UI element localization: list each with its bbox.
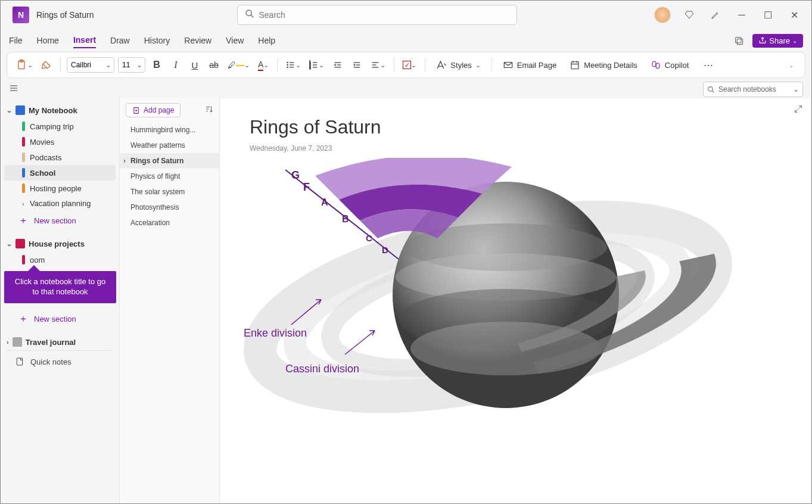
page-item[interactable]: Physics of flight (120, 169, 219, 184)
outdent-button[interactable] (330, 56, 346, 74)
notebook-header-house-projects[interactable]: ⌄ House projects (1, 235, 119, 252)
annotation-enke: Enke division (244, 327, 307, 339)
notebook-header-my-notebook[interactable]: ⌄ My Notebook (1, 102, 119, 119)
menu-insert[interactable]: Insert (73, 33, 96, 48)
page-item[interactable]: Hummingbird wing... (120, 122, 219, 138)
svg-line-44 (795, 110, 798, 113)
font-size-select[interactable]: 11 (118, 57, 145, 73)
menu-view[interactable]: View (226, 33, 244, 48)
notebook-icon (15, 105, 25, 115)
page-item[interactable]: Rings of Saturn (120, 153, 219, 169)
page-canvas[interactable]: Rings of Saturn Wednesday, June 7, 2023 (220, 98, 811, 504)
section-hosting-people[interactable]: Hosting people (4, 181, 116, 196)
more-options-button[interactable]: ⋯ (701, 56, 716, 74)
chevron-down-icon: ⌄ (7, 107, 12, 114)
menu-home[interactable]: Home (37, 33, 59, 48)
global-search[interactable] (237, 5, 517, 25)
email-page-button[interactable]: Email Page (498, 56, 561, 74)
svg-point-10 (287, 67, 288, 67)
menu-draw[interactable]: Draw (110, 33, 130, 48)
copilot-button[interactable]: Copilot (646, 56, 693, 74)
notebook-icon (15, 239, 25, 248)
page-title[interactable]: Rings of Saturn (250, 116, 782, 138)
new-section-button-2[interactable]: ＋New section (1, 309, 119, 329)
svg-rect-3 (738, 39, 743, 44)
bullet-list-button[interactable]: ⌄ (284, 56, 303, 74)
format-painter-button[interactable] (39, 56, 54, 74)
svg-point-0 (246, 10, 251, 15)
section-podcasts[interactable]: Podcasts (4, 150, 116, 165)
svg-line-36 (712, 91, 714, 92)
search-notebooks-input[interactable]: Search notebooks ⌄ (703, 82, 803, 97)
svg-line-1 (251, 15, 253, 17)
todo-tag-button[interactable]: ✓⌄ (400, 56, 419, 74)
document-title: Rings of Saturn (36, 10, 94, 20)
share-label: Share (769, 36, 790, 45)
main-area: ⌄ My Notebook Camping trip Movies Podcas… (1, 98, 811, 504)
chevron-down-icon: ⌄ (792, 38, 797, 44)
section-camping-trip[interactable]: Camping trip (4, 119, 116, 134)
sort-pages-button[interactable] (205, 105, 213, 116)
page-item[interactable]: The solar system (120, 184, 219, 200)
section-vacation-planning[interactable]: ›Vacation planning (4, 196, 116, 211)
menu-history[interactable]: History (144, 33, 170, 48)
svg-point-35 (708, 86, 713, 91)
minimize-button[interactable]: ─ (734, 7, 749, 23)
add-page-button[interactable]: Add page (126, 103, 181, 117)
notebook-header-travel-journal[interactable]: › Travel journal (1, 334, 119, 350)
coach-tooltip: Click a notebook title to go to that not… (4, 271, 116, 303)
page-item[interactable]: Weather patterns (120, 138, 219, 153)
sub-bar: Search notebooks ⌄ (1, 80, 811, 98)
font-color-button[interactable]: A⌄ (256, 56, 271, 74)
saturn-illustration: G F A B C D Enke division Cassini divisi… (244, 158, 732, 432)
svg-rect-37 (17, 358, 22, 365)
section-truncated[interactable]: oom (4, 252, 116, 267)
styles-button[interactable]: Styles⌄ (431, 56, 485, 74)
new-section-button-1[interactable]: ＋New section (1, 211, 119, 231)
pages-sidebar: Add page Hummingbird wing... Weather pat… (120, 98, 220, 504)
numbered-list-button[interactable]: 123⌄ (307, 56, 326, 74)
page-item[interactable]: Accelaration (120, 215, 219, 231)
close-button[interactable]: ✕ (786, 7, 802, 23)
svg-line-45 (799, 106, 802, 109)
menu-file[interactable]: File (9, 33, 23, 48)
bold-button[interactable]: B (149, 56, 164, 74)
svg-rect-28 (571, 62, 578, 69)
font-family-select[interactable]: Cailbri (67, 57, 114, 73)
italic-button[interactable]: I (168, 56, 183, 74)
indent-button[interactable] (349, 56, 365, 74)
share-button[interactable]: Share ⌄ (752, 34, 803, 48)
chevron-down-icon: ⌄ (7, 240, 12, 248)
svg-point-6 (287, 62, 288, 63)
strikethrough-button[interactable]: ab (206, 56, 222, 74)
svg-rect-2 (736, 38, 741, 43)
section-movies[interactable]: Movies (4, 134, 116, 150)
chevron-right-icon: › (7, 338, 9, 346)
user-avatar[interactable] (654, 7, 671, 23)
quick-notes-button[interactable]: Quick notes (7, 350, 113, 372)
chevron-right-icon: › (22, 200, 25, 207)
meeting-details-button[interactable]: Meeting Details (565, 56, 642, 74)
open-new-window-icon[interactable] (731, 33, 746, 48)
svg-rect-27 (504, 63, 512, 68)
menu-help[interactable]: Help (258, 33, 275, 48)
menu-review[interactable]: Review (184, 33, 211, 48)
fullscreen-button[interactable] (794, 104, 803, 116)
diamond-icon[interactable] (682, 7, 697, 23)
notebook-sidebar: ⌄ My Notebook Camping trip Movies Podcas… (1, 98, 120, 504)
ribbon-expand-button[interactable]: ⌄ (783, 56, 799, 74)
paste-button[interactable]: ⌄ (13, 56, 35, 74)
svg-text:B: B (342, 214, 349, 224)
page-item[interactable]: Photosynthesis (120, 200, 219, 215)
menubar: File Home Insert Draw History Review Vie… (1, 29, 811, 52)
ribbon: ⌄ Cailbri 11 B I U ab 🖊⌄ A⌄ ⌄ 123⌄ ⌄ ✓⌄ … (7, 52, 805, 78)
search-icon (245, 9, 254, 21)
pen-mode-icon[interactable] (708, 7, 723, 23)
highlight-button[interactable]: 🖊⌄ (225, 56, 252, 74)
maximize-button[interactable]: ☐ (760, 7, 776, 23)
align-button[interactable]: ⌄ (368, 56, 388, 74)
section-school[interactable]: School (4, 165, 116, 181)
nav-toggle-button[interactable] (9, 83, 18, 95)
search-input[interactable] (259, 10, 509, 20)
underline-button[interactable]: U (187, 56, 203, 74)
